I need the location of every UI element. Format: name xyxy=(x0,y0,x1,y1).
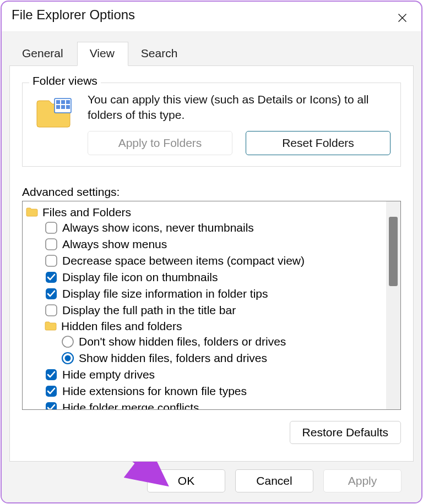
folder-views-text: You can apply this view (such as Details… xyxy=(88,92,391,123)
tabpanel-view: Folder views xyxy=(9,65,414,462)
folder-views-icon xyxy=(32,92,77,155)
window-title: File Explorer Options xyxy=(12,7,135,23)
dialog-content: General View Search Folder views xyxy=(2,31,421,502)
svg-rect-2 xyxy=(61,100,65,104)
checkbox-checked-icon xyxy=(45,368,58,381)
radio-unselected-icon xyxy=(61,335,74,348)
apply-to-folders-button[interactable]: Apply to Folders xyxy=(88,131,232,155)
checkbox-unchecked-icon xyxy=(45,254,58,267)
option-always-menus[interactable]: Always show menus xyxy=(26,236,385,253)
scrollbar-thumb[interactable] xyxy=(389,217,398,286)
option-always-icons[interactable]: Always show icons, never thumbnails xyxy=(26,220,385,236)
option-hide-empty-drives[interactable]: Hide empty drives xyxy=(26,366,385,383)
tree-group-label: Files and Folders xyxy=(42,206,131,218)
checkbox-checked-icon xyxy=(45,287,58,300)
tab-view[interactable]: View xyxy=(77,42,128,66)
checkbox-checked-icon xyxy=(45,271,58,284)
checkbox-checked-icon xyxy=(45,401,58,409)
cancel-button[interactable]: Cancel xyxy=(235,469,313,492)
titlebar: File Explorer Options xyxy=(2,2,421,31)
option-full-path-title[interactable]: Display the full path in the title bar xyxy=(26,302,385,319)
folder-views-legend: Folder views xyxy=(29,74,101,87)
svg-rect-1 xyxy=(56,100,60,104)
tab-general[interactable]: General xyxy=(9,42,77,66)
advanced-settings-label: Advanced settings: xyxy=(22,185,401,199)
tab-search[interactable]: Search xyxy=(128,42,192,66)
close-icon xyxy=(397,12,408,24)
close-button[interactable] xyxy=(392,7,413,28)
checkbox-unchecked-icon xyxy=(45,304,58,317)
svg-rect-3 xyxy=(66,100,70,104)
scrollbar[interactable] xyxy=(386,201,400,409)
dialog-footer: OK Cancel Apply xyxy=(9,462,414,501)
svg-rect-5 xyxy=(61,105,65,109)
tree-subgroup-hidden: Hidden files and folders xyxy=(26,319,385,333)
svg-rect-12 xyxy=(46,305,57,316)
restore-defaults-button[interactable]: Restore Defaults xyxy=(290,421,401,444)
folder-icon xyxy=(26,207,38,217)
svg-rect-8 xyxy=(46,239,57,250)
file-explorer-options-dialog: File Explorer Options General View Searc… xyxy=(1,1,422,503)
tree-subgroup-label: Hidden files and folders xyxy=(61,320,182,332)
reset-folders-button[interactable]: Reset Folders xyxy=(246,131,391,155)
apply-button[interactable]: Apply xyxy=(323,469,402,492)
svg-rect-9 xyxy=(46,255,57,266)
option-file-icon-thumbnails[interactable]: Display file icon on thumbnails xyxy=(26,269,385,286)
svg-rect-6 xyxy=(66,105,70,109)
folder-icon xyxy=(45,321,57,331)
option-hide-merge-conflicts[interactable]: Hide folder merge conflicts xyxy=(26,399,385,409)
option-file-size-tips[interactable]: Display file size information in folder … xyxy=(26,286,385,302)
checkbox-checked-icon xyxy=(45,385,58,398)
svg-rect-4 xyxy=(56,105,60,109)
option-dont-show-hidden[interactable]: Don't show hidden files, folders or driv… xyxy=(26,333,385,350)
svg-point-13 xyxy=(62,336,73,347)
radio-selected-icon xyxy=(61,352,74,365)
svg-point-15 xyxy=(65,355,71,361)
option-hide-extensions[interactable]: Hide extensions for known file types xyxy=(26,383,385,399)
tab-strip: General View Search xyxy=(9,32,414,66)
folder-views-group: Folder views xyxy=(22,83,401,167)
svg-rect-7 xyxy=(46,222,57,233)
ok-button[interactable]: OK xyxy=(147,469,225,492)
tree-group-files-folders: Files and Folders xyxy=(26,205,385,220)
option-show-hidden[interactable]: Show hidden files, folders and drives xyxy=(26,350,385,366)
option-decrease-space[interactable]: Decrease space between items (compact vi… xyxy=(26,253,385,269)
checkbox-unchecked-icon xyxy=(45,238,58,251)
advanced-settings-tree[interactable]: Files and Folders Always show icons, nev… xyxy=(22,201,401,410)
checkbox-unchecked-icon xyxy=(45,221,58,234)
